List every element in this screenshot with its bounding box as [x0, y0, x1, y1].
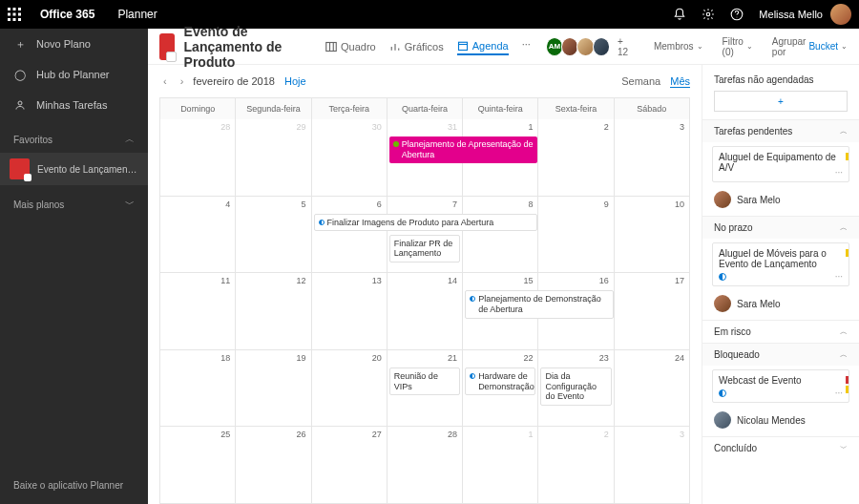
pivot-more[interactable]: ···: [522, 38, 531, 55]
day-number: 25: [220, 430, 230, 439]
day-number: 20: [372, 353, 382, 363]
more-plans-section[interactable]: Mais planos ﹀: [0, 191, 148, 218]
user-avatar[interactable]: [830, 4, 851, 25]
plan-title: Evento de Lançamento de Produto: [184, 24, 306, 70]
day-number: 7: [452, 200, 457, 209]
day-cell[interactable]: 19: [236, 350, 311, 428]
day-cell[interactable]: 2: [538, 119, 614, 197]
day-cell[interactable]: 25: [160, 427, 236, 504]
day-cell[interactable]: 2: [538, 427, 614, 504]
my-tasks-button[interactable]: Minhas Tarefas: [0, 90, 148, 120]
section-ontime[interactable]: No prazo ︿: [702, 217, 859, 239]
day-cell[interactable]: 27: [312, 427, 388, 504]
view-week-button[interactable]: Semana: [621, 75, 660, 88]
progress-icon: [719, 273, 726, 281]
planner-hub-button[interactable]: ◯ Hub do Planner: [0, 59, 148, 90]
my-tasks-label: Minhas Tarefas: [36, 99, 107, 111]
day-cell[interactable]: 8: [463, 197, 538, 274]
plan-header: Evento de Lançamento de Produto Quadro G…: [148, 29, 859, 65]
day-cell[interactable]: 1: [463, 427, 538, 504]
member-avatar: [576, 37, 594, 56]
day-cell[interactable]: 31Planejamento de Apresentação de Abertu…: [388, 119, 463, 197]
day-cell[interactable]: 24: [615, 350, 690, 428]
calendar-task[interactable]: Dia da Configuração do Evento: [540, 368, 611, 406]
prev-month-button[interactable]: ‹: [159, 74, 171, 89]
task-card[interactable]: Aluguel de Equipamento de A/V ···: [712, 146, 849, 182]
day-cell[interactable]: 12: [236, 273, 311, 350]
task-card[interactable]: Webcast de Evento ···: [712, 369, 849, 403]
gear-icon[interactable]: [694, 0, 723, 29]
day-cell[interactable]: 30: [312, 119, 388, 197]
day-number: 31: [448, 122, 457, 132]
user-name[interactable]: Melissa Mello: [751, 9, 830, 20]
calendar-task[interactable]: Planejamento de Demonstração de Abertura: [465, 290, 614, 319]
plan-members[interactable]: AM + 12: [550, 36, 635, 57]
card-more-icon[interactable]: ···: [835, 271, 843, 282]
section-blocked[interactable]: Bloqueado ︿: [702, 344, 859, 366]
task-card[interactable]: Aluguel de Móveis para o Evento de Lança…: [712, 242, 849, 286]
groupby-dropdown[interactable]: Agrupar por Bucket ⌄: [772, 36, 848, 57]
next-month-button[interactable]: ›: [177, 74, 188, 89]
new-plan-button[interactable]: ＋ Novo Plano: [0, 29, 148, 59]
calendar-task[interactable]: Reunião de VIPs: [389, 368, 460, 396]
app-launcher[interactable]: [0, 0, 29, 29]
day-cell[interactable]: 18: [160, 350, 236, 428]
day-cell[interactable]: 17: [615, 273, 690, 350]
section-pending[interactable]: Tarefas pendentes ︿: [702, 120, 859, 142]
day-cell[interactable]: 13: [312, 273, 388, 350]
day-cell[interactable]: 10: [615, 197, 690, 274]
day-cell[interactable]: 29: [236, 119, 311, 197]
notifications-icon[interactable]: [665, 0, 694, 29]
day-number: 10: [675, 200, 684, 209]
day-cell[interactable]: 11: [160, 273, 236, 350]
day-cell[interactable]: 9: [538, 197, 614, 274]
day-cell[interactable]: 3: [615, 119, 690, 197]
favorite-plan[interactable]: Evento de Lançamento...: [0, 153, 148, 185]
calendar-task[interactable]: Hardware de Demonstração: [465, 368, 535, 396]
section-done[interactable]: Concluído ﹀: [702, 437, 859, 459]
day-cell[interactable]: 14: [388, 273, 463, 350]
add-task-button[interactable]: +: [714, 91, 848, 112]
day-number: 5: [302, 200, 306, 209]
day-cell[interactable]: 26: [236, 427, 311, 504]
suite-name[interactable]: Office 365: [29, 8, 106, 21]
filter-dropdown[interactable]: Filtro (0)⌄: [723, 36, 753, 57]
status-icon: [470, 296, 475, 302]
svg-rect-5: [18, 13, 21, 16]
download-app-link[interactable]: Baixe o aplicativo Planner: [0, 467, 148, 504]
day-number: 27: [372, 430, 382, 439]
day-cell[interactable]: 3: [615, 427, 690, 504]
day-cell[interactable]: 21Reunião de VIPs: [388, 350, 463, 428]
pivot-charts[interactable]: Gráficos: [389, 38, 444, 55]
day-cell[interactable]: 23Dia da Configuração do Evento: [538, 350, 614, 428]
day-cell[interactable]: 5: [236, 197, 311, 274]
card-more-icon[interactable]: ···: [835, 167, 843, 178]
day-cell[interactable]: 4: [160, 197, 236, 274]
pivot-schedule[interactable]: Agenda: [457, 38, 509, 55]
calendar-task[interactable]: Finalizar Imagens de Produto para Abertu…: [314, 214, 538, 232]
day-number: 8: [528, 200, 533, 209]
pivot-board[interactable]: Quadro: [325, 38, 376, 55]
day-cell[interactable]: 20: [312, 350, 388, 428]
day-cell[interactable]: 22Hardware de Demonstração: [463, 350, 538, 428]
favorites-section[interactable]: Favoritos ︿: [0, 126, 148, 153]
app-name[interactable]: Planner: [106, 8, 168, 21]
day-cell[interactable]: 15Planejamento de Demonstração de Abertu…: [463, 273, 538, 350]
help-icon[interactable]: [723, 0, 751, 29]
today-button[interactable]: Hoje: [284, 75, 306, 87]
view-month-button[interactable]: Mês: [670, 75, 690, 88]
day-cell[interactable]: 7Finalizar PR de Lançamento: [388, 197, 463, 274]
section-atrisk[interactable]: Em risco ︿: [702, 321, 859, 343]
day-header: Quarta-feira: [388, 98, 463, 119]
day-number: 18: [220, 353, 230, 363]
day-header: Segunda-feira: [236, 98, 311, 119]
day-cell[interactable]: 28: [160, 119, 236, 197]
day-cell[interactable]: 28: [388, 427, 463, 504]
svg-rect-1: [13, 8, 16, 10]
calendar-task[interactable]: Finalizar PR de Lançamento: [389, 235, 460, 263]
members-dropdown[interactable]: Membros⌄: [654, 41, 703, 52]
card-more-icon[interactable]: ···: [835, 388, 843, 398]
day-cell[interactable]: 6Finalizar Imagens de Produto para Abert…: [312, 197, 388, 274]
calendar-task[interactable]: Planejamento de Apresentação de Abertura: [389, 136, 538, 163]
chevron-down-icon: ⌄: [841, 42, 848, 51]
